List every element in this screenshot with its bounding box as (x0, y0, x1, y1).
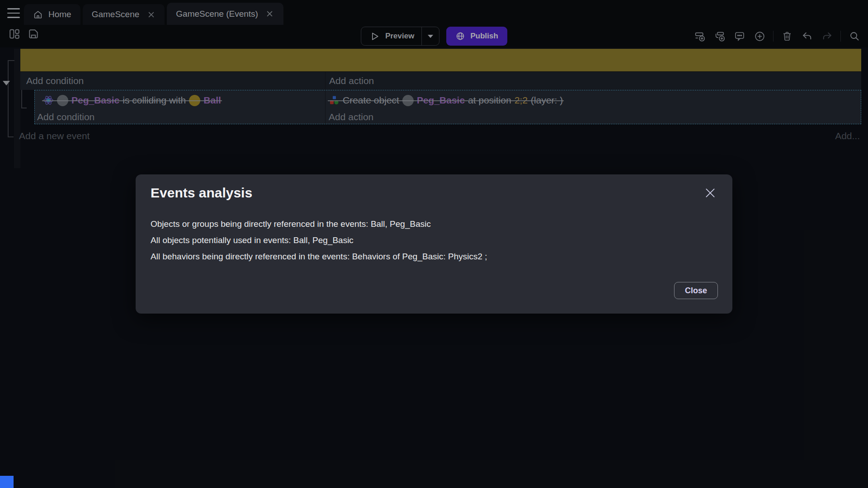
dialog-title: Events analysis (151, 185, 252, 201)
close-button[interactable]: Close (674, 282, 718, 299)
dialog-line: All objects potentially used in events: … (151, 235, 354, 245)
dialog-line: All behaviors being directly referenced … (151, 252, 487, 262)
events-analysis-dialog: Events analysis Objects or groups being … (136, 174, 732, 314)
close-icon[interactable] (703, 186, 717, 200)
gdevelop-window: Home GameScene GameScene (Events) (0, 0, 868, 488)
corner-indicator (0, 476, 14, 488)
dialog-line: Objects or groups being directly referen… (151, 219, 431, 229)
